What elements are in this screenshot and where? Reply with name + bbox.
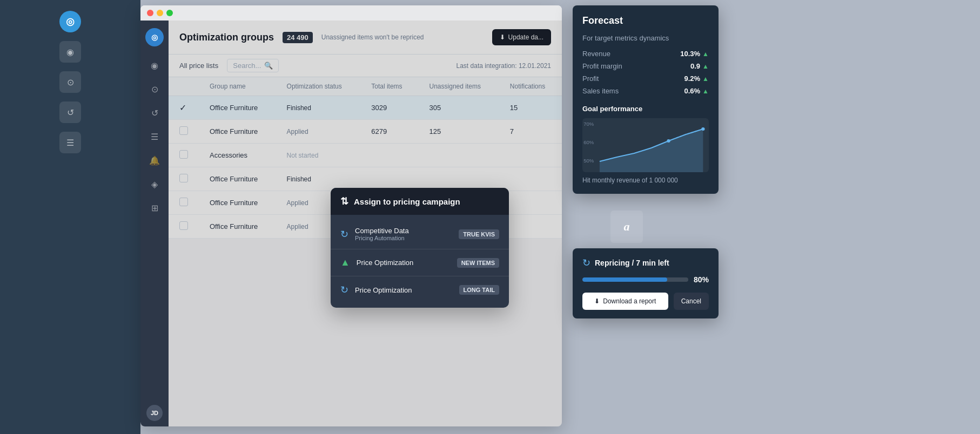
goal-section: Goal performance 70% 60% 50% Hit monthly: [582, 105, 709, 184]
col-header-group-name: Group name: [199, 77, 276, 96]
metric-up-arrow: ▲: [702, 63, 709, 70]
metric-up-arrow: ▲: [702, 75, 709, 83]
col-header-total: Total items: [360, 77, 418, 96]
progress-bar-fill: [582, 277, 667, 282]
user-avatar[interactable]: JD: [146, 405, 163, 421]
col-header-status: Optimization status: [276, 77, 361, 96]
metric-label: Profit margin: [582, 62, 622, 70]
col-header-check: [169, 77, 199, 96]
row-checkbox-cell: [169, 191, 199, 215]
forecast-metric-row: Profit margin 0.9 ▲: [582, 60, 709, 72]
items-count-badge: 24 490: [283, 32, 313, 43]
row-notifications: [499, 144, 562, 167]
download-icon: ⬇: [500, 33, 505, 41]
search-placeholder: Search...: [233, 62, 261, 70]
update-data-button[interactable]: ⬇ Update da...: [492, 29, 551, 45]
repricing-actions: ⬇ Download a report Cancel: [582, 293, 709, 310]
window-titlebar: [140, 5, 562, 21]
repricing-panel: ↻ Repricing / 7 min left 80% ⬇ Download …: [573, 248, 719, 318]
table-row[interactable]: Office FurnitureFinished: [169, 167, 562, 191]
row-total: 3029: [360, 96, 418, 120]
page-header: Optimization groups 24 490 Unassigned it…: [169, 21, 562, 55]
forecast-panel-title: Forecast: [582, 15, 709, 26]
row-notifications: 7: [499, 120, 562, 144]
search-box[interactable]: Search... 🔍: [227, 59, 279, 72]
sidebar-item-grid[interactable]: ⊞: [145, 199, 164, 217]
row-checkbox[interactable]: [179, 174, 188, 182]
assign-popup-header: ⇅ Assign to pricing campaign: [331, 188, 509, 215]
assign-item-divider: [331, 276, 509, 276]
background-sidebar: ◎ ◉ ⊙ ↺ ☰: [0, 0, 140, 434]
row-checkbox[interactable]: [179, 198, 188, 206]
assign-popup-item[interactable]: ↻ Competitive Data Pricing Automation TR…: [331, 221, 509, 247]
svg-point-5: [701, 127, 704, 131]
metric-value: 10.3% ▲: [680, 50, 709, 58]
search-icon: 🔍: [264, 62, 273, 70]
bg-nav-1: ◉: [59, 41, 81, 63]
table-row[interactable]: AccessoriesNot started: [169, 144, 562, 167]
forecast-panel: Forecast For target metrics dynamics Rev…: [573, 5, 719, 194]
minimize-dot[interactable]: [157, 10, 163, 16]
assign-icon: ⇅: [340, 195, 348, 207]
table-row[interactable]: ✓Office FurnitureFinished302930515: [169, 96, 562, 120]
progress-bar-container: [582, 277, 688, 282]
amazon-icon-area: a: [610, 211, 643, 243]
forecast-metric-row: Revenue 10.3% ▲: [582, 48, 709, 60]
svg-point-4: [667, 139, 670, 143]
metric-value: 9.2% ▲: [684, 74, 709, 83]
row-checkbox-cell: ✓: [169, 96, 199, 120]
sidebar: ◎ ◉ ⊙ ↺ ☰ 🔔 ◈ ⊞ JD: [140, 21, 169, 426]
assign-item-icon: ▲: [340, 257, 350, 268]
assign-popup-item[interactable]: ▲ Price Optimization NEW ITEMS: [331, 252, 509, 274]
assign-item-text: Price Optimization: [357, 259, 451, 267]
sidebar-item-dashboard[interactable]: ◉: [145, 56, 164, 74]
row-status: Finished: [276, 167, 361, 191]
row-checkbox-cell: [169, 215, 199, 239]
assign-item-tag: NEW ITEMS: [457, 258, 499, 268]
forecast-subtitle: For target metrics dynamics: [582, 34, 709, 42]
svg-text:60%: 60%: [583, 140, 594, 145]
metric-up-arrow: ▲: [702, 87, 709, 95]
amazon-logo-icon: a: [624, 220, 630, 234]
sidebar-item-bell[interactable]: 🔔: [145, 151, 164, 169]
row-status: Finished: [276, 96, 361, 120]
close-dot[interactable]: [147, 10, 153, 16]
row-checkbox[interactable]: [179, 150, 188, 159]
repricing-icon: ↻: [582, 257, 590, 269]
assign-popup-item[interactable]: ↻ Price Optimization LONG TAIL: [331, 279, 509, 301]
row-check-icon: ✓: [179, 103, 186, 112]
row-total: [360, 167, 418, 191]
row-checkbox-cell: [169, 144, 199, 167]
cancel-button[interactable]: Cancel: [674, 293, 709, 310]
row-unassigned: [419, 144, 499, 167]
sidebar-item-clock[interactable]: ⊙: [145, 80, 164, 98]
main-content: Optimization groups 24 490 Unassigned it…: [169, 21, 562, 426]
price-list-filter[interactable]: All price lists: [179, 62, 218, 70]
metric-up-arrow: ▲: [702, 50, 709, 58]
maximize-dot[interactable]: [166, 10, 173, 16]
svg-text:70%: 70%: [583, 121, 594, 127]
assign-item-tag: LONG TAIL: [459, 285, 499, 295]
metric-value: 0.9 ▲: [690, 62, 709, 70]
download-report-button[interactable]: ⬇ Download a report: [582, 293, 668, 310]
forecast-metric-row: Profit 9.2% ▲: [582, 72, 709, 85]
row-checkbox[interactable]: [179, 221, 188, 230]
row-status: Applied: [276, 120, 361, 144]
assign-item-name: Competitive Data: [355, 227, 452, 235]
page-title: Optimization groups: [179, 32, 274, 43]
row-checkbox[interactable]: [179, 126, 188, 135]
row-name: Office Furniture: [199, 120, 276, 144]
sidebar-item-settings[interactable]: ◈: [145, 175, 164, 193]
assign-pricing-popup: ⇅ Assign to pricing campaign ↻ Competiti…: [331, 188, 509, 308]
row-checkbox-cell: [169, 167, 199, 191]
row-total: 6279: [360, 120, 418, 144]
assign-item-name: Price Optimization: [357, 259, 451, 267]
metric-value: 0.6% ▲: [684, 87, 709, 95]
row-checkbox-cell: [169, 120, 199, 144]
update-button-label: Update da...: [508, 33, 543, 41]
repricing-header: ↻ Repricing / 7 min left: [582, 257, 709, 269]
table-row[interactable]: Office FurnitureApplied62791257: [169, 120, 562, 144]
forecast-metrics: Revenue 10.3% ▲ Profit margin 0.9 ▲ Prof…: [582, 48, 709, 97]
sidebar-item-refresh[interactable]: ↺: [145, 104, 164, 122]
sidebar-item-calendar[interactable]: ☰: [145, 127, 164, 146]
